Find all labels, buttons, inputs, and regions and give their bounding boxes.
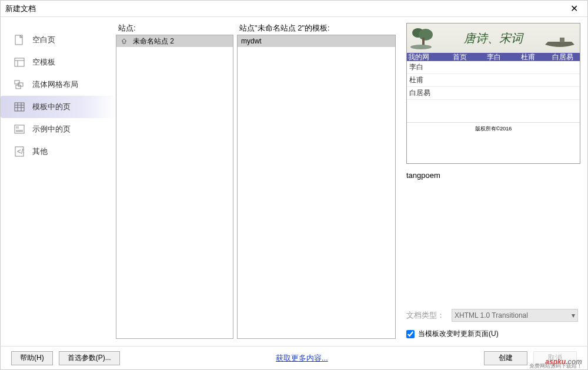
- svg-rect-22: [560, 38, 564, 42]
- sidebar-item-page-from-template[interactable]: 模板中的页: [1, 96, 116, 118]
- chevron-down-icon: ▾: [572, 311, 575, 319]
- site-item-label: 未命名站点 2: [133, 36, 174, 46]
- blank-page-icon: [14, 35, 25, 45]
- title: 新建文档: [5, 4, 565, 14]
- site-list-item[interactable]: 未命名站点 2: [116, 35, 233, 47]
- sidebar-item-label: 空白页: [32, 35, 55, 45]
- template-item-label: mydwt: [241, 37, 262, 45]
- svg-point-19: [419, 29, 433, 41]
- doc-type-label: 文档类型：: [406, 310, 445, 321]
- template-preview: 唐诗、宋词 欢迎来到我的网站！ 首页 李白 杜甫 白居易 李白 杜甫 白居易 版…: [406, 23, 580, 164]
- banner-tree-icon: [409, 26, 445, 49]
- sample-page-icon: [14, 124, 25, 134]
- svg-point-21: [410, 45, 432, 49]
- sidebar-item-label: 空模板: [32, 57, 55, 68]
- sidebar-item-page-from-sample[interactable]: 示例中的页: [1, 118, 116, 140]
- sites-column-label: 站点:: [116, 23, 233, 35]
- templates-listbox[interactable]: mydwt: [237, 35, 396, 339]
- other-icon: </>: [14, 146, 25, 157]
- prefs-button[interactable]: 首选参数(P)...: [59, 351, 120, 365]
- sidebar-item-label: 模板中的页: [32, 102, 71, 112]
- template-list-item[interactable]: mydwt: [238, 35, 395, 47]
- svg-rect-7: [15, 103, 24, 111]
- blank-template-icon: [14, 57, 25, 68]
- sidebar-item-other[interactable]: </> 其他: [1, 140, 116, 163]
- sites-listbox[interactable]: 未命名站点 2: [116, 35, 233, 339]
- sidebar-item-blank-page[interactable]: 空白页: [1, 29, 116, 51]
- checkbox-label: 当模板改变时更新页面(U): [418, 329, 499, 339]
- svg-rect-1: [15, 58, 24, 66]
- dialog-footer: 帮助(H) 首选参数(P)... 获取更多内容... 创建 取消: [1, 346, 587, 369]
- banner-title: 唐诗、宋词: [464, 31, 523, 46]
- sidebar-item-label: 流体网格布局: [32, 79, 78, 90]
- doc-type-select[interactable]: XHTML 1.0 Transitional ▾: [452, 309, 578, 322]
- get-more-link[interactable]: 获取更多内容...: [276, 354, 328, 362]
- sidebar-item-label: 示例中的页: [32, 124, 71, 134]
- preview-name: tangpoem: [406, 171, 578, 180]
- preview-footer: 版权所有©2016: [407, 122, 580, 135]
- sidebar: 空白页 空模板 流体网格布局 模板中的页 示例中的页 </> 其他: [1, 17, 116, 346]
- svg-text:</>: </>: [17, 147, 24, 156]
- templates-column-label: 站点"未命名站点 2"的模板:: [237, 23, 396, 35]
- svg-rect-4: [15, 80, 19, 84]
- fluid-grid-icon: [14, 79, 25, 90]
- update-on-change-checkbox[interactable]: 当模板改变时更新页面(U): [406, 329, 578, 339]
- checkbox-input[interactable]: [406, 330, 415, 338]
- site-icon: [120, 38, 128, 44]
- sidebar-item-blank-template[interactable]: 空模板: [1, 51, 116, 73]
- preview-nav: 欢迎来到我的网站！ 首页 李白 杜甫 白居易: [407, 53, 580, 61]
- svg-rect-13: [16, 126, 19, 129]
- cancel-button[interactable]: 取消: [533, 351, 577, 365]
- close-button[interactable]: ✕: [565, 3, 583, 14]
- banner-boat-icon: [542, 33, 577, 51]
- help-button[interactable]: 帮助(H): [11, 351, 53, 365]
- sidebar-item-fluid-grid[interactable]: 流体网格布局: [1, 73, 116, 96]
- titlebar: 新建文档 ✕: [1, 1, 587, 17]
- template-page-icon: [14, 102, 25, 112]
- create-button[interactable]: 创建: [484, 351, 527, 365]
- sidebar-item-label: 其他: [32, 146, 48, 157]
